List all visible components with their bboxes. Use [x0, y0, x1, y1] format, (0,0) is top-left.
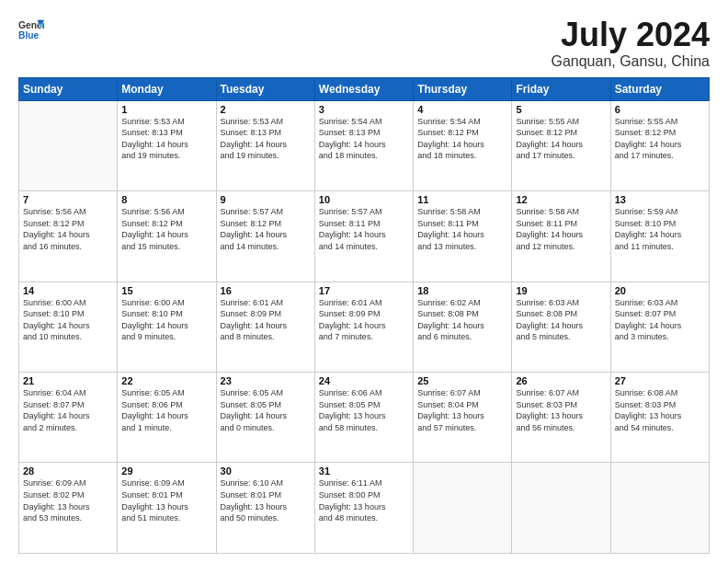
date-number: 10: [319, 194, 409, 205]
calendar-cell: 18Sunrise: 6:02 AM Sunset: 8:08 PM Dayli…: [414, 282, 512, 372]
date-number: 17: [319, 285, 409, 296]
cell-details: Sunrise: 6:07 AM Sunset: 8:04 PM Dayligh…: [417, 387, 507, 433]
cell-details: Sunrise: 6:01 AM Sunset: 8:09 PM Dayligh…: [221, 297, 311, 343]
cell-details: Sunrise: 5:56 AM Sunset: 8:12 PM Dayligh…: [23, 206, 113, 252]
cell-details: Sunrise: 6:03 AM Sunset: 8:07 PM Dayligh…: [615, 297, 705, 343]
calendar-cell: 27Sunrise: 6:08 AM Sunset: 8:03 PM Dayli…: [610, 373, 709, 463]
calendar-week-4: 21Sunrise: 6:04 AM Sunset: 8:07 PM Dayli…: [19, 373, 710, 463]
cell-details: Sunrise: 6:03 AM Sunset: 8:08 PM Dayligh…: [516, 297, 606, 343]
calendar-header-wednesday: Wednesday: [314, 77, 413, 100]
calendar-cell: 26Sunrise: 6:07 AM Sunset: 8:03 PM Dayli…: [512, 373, 610, 463]
calendar-cell: 22Sunrise: 6:05 AM Sunset: 8:06 PM Dayli…: [118, 373, 216, 463]
date-number: 26: [516, 375, 606, 386]
calendar-cell: 7Sunrise: 5:56 AM Sunset: 8:12 PM Daylig…: [19, 191, 118, 282]
date-number: 20: [615, 285, 705, 296]
calendar-week-2: 7Sunrise: 5:56 AM Sunset: 8:12 PM Daylig…: [19, 191, 710, 282]
calendar-cell: 9Sunrise: 5:57 AM Sunset: 8:12 PM Daylig…: [216, 191, 314, 282]
cell-details: Sunrise: 6:05 AM Sunset: 8:06 PM Dayligh…: [121, 387, 211, 433]
calendar-cell: 31Sunrise: 6:11 AM Sunset: 8:00 PM Dayli…: [314, 463, 413, 554]
date-number: 9: [221, 194, 311, 205]
calendar-cell: 14Sunrise: 6:00 AM Sunset: 8:10 PM Dayli…: [19, 282, 118, 372]
cell-details: Sunrise: 5:55 AM Sunset: 8:12 PM Dayligh…: [615, 116, 705, 162]
svg-text:Blue: Blue: [18, 30, 40, 40]
date-number: 8: [121, 194, 211, 205]
calendar-cell: 20Sunrise: 6:03 AM Sunset: 8:07 PM Dayli…: [610, 282, 709, 372]
title-block: July 2024 Ganquan, Gansu, China: [551, 17, 710, 70]
date-number: 24: [319, 375, 409, 386]
cell-details: Sunrise: 5:54 AM Sunset: 8:12 PM Dayligh…: [417, 116, 507, 162]
cell-details: Sunrise: 5:53 AM Sunset: 8:13 PM Dayligh…: [221, 116, 311, 162]
calendar-cell: 17Sunrise: 6:01 AM Sunset: 8:09 PM Dayli…: [314, 282, 413, 372]
cell-details: Sunrise: 6:11 AM Sunset: 8:00 PM Dayligh…: [319, 477, 409, 523]
date-number: 18: [417, 285, 507, 296]
date-number: 14: [23, 285, 113, 296]
cell-details: Sunrise: 6:08 AM Sunset: 8:03 PM Dayligh…: [615, 387, 705, 433]
cell-details: Sunrise: 6:05 AM Sunset: 8:05 PM Dayligh…: [221, 387, 311, 433]
cell-details: Sunrise: 6:01 AM Sunset: 8:09 PM Dayligh…: [319, 297, 409, 343]
calendar-cell: 16Sunrise: 6:01 AM Sunset: 8:09 PM Dayli…: [216, 282, 314, 372]
date-number: 30: [221, 465, 311, 477]
cell-details: Sunrise: 6:07 AM Sunset: 8:03 PM Dayligh…: [516, 387, 606, 433]
cell-details: Sunrise: 5:53 AM Sunset: 8:13 PM Dayligh…: [121, 116, 211, 162]
cell-details: Sunrise: 6:10 AM Sunset: 8:01 PM Dayligh…: [221, 477, 311, 523]
date-number: 2: [221, 104, 311, 115]
calendar-cell: [414, 463, 512, 554]
cell-details: Sunrise: 6:09 AM Sunset: 8:01 PM Dayligh…: [121, 477, 211, 523]
date-number: 1: [121, 104, 211, 115]
logo: General Blue: [18, 17, 44, 42]
calendar-cell: 1Sunrise: 5:53 AM Sunset: 8:13 PM Daylig…: [118, 100, 216, 190]
subtitle: Ganquan, Gansu, China: [551, 53, 710, 70]
cell-details: Sunrise: 5:56 AM Sunset: 8:12 PM Dayligh…: [121, 206, 211, 252]
calendar-cell: 12Sunrise: 5:58 AM Sunset: 8:11 PM Dayli…: [512, 191, 610, 282]
calendar-week-1: 1Sunrise: 5:53 AM Sunset: 8:13 PM Daylig…: [19, 100, 710, 190]
date-number: 27: [615, 375, 705, 386]
date-number: 6: [615, 104, 705, 115]
calendar-header-monday: Monday: [118, 77, 216, 100]
cell-details: Sunrise: 6:06 AM Sunset: 8:05 PM Dayligh…: [319, 387, 409, 433]
date-number: 5: [516, 104, 606, 115]
calendar-cell: 5Sunrise: 5:55 AM Sunset: 8:12 PM Daylig…: [512, 100, 610, 190]
date-number: 13: [615, 194, 705, 205]
calendar-header-saturday: Saturday: [610, 77, 709, 100]
page-header: General Blue July 2024 Ganquan, Gansu, C…: [18, 17, 710, 70]
cell-details: Sunrise: 6:00 AM Sunset: 8:10 PM Dayligh…: [121, 297, 211, 343]
date-number: 19: [516, 285, 606, 296]
cell-details: Sunrise: 5:57 AM Sunset: 8:11 PM Dayligh…: [319, 206, 409, 252]
calendar-cell: 11Sunrise: 5:58 AM Sunset: 8:11 PM Dayli…: [414, 191, 512, 282]
cell-details: Sunrise: 5:59 AM Sunset: 8:10 PM Dayligh…: [615, 206, 705, 252]
date-number: 16: [221, 285, 311, 296]
calendar-week-3: 14Sunrise: 6:00 AM Sunset: 8:10 PM Dayli…: [19, 282, 710, 372]
cell-details: Sunrise: 6:09 AM Sunset: 8:02 PM Dayligh…: [23, 477, 113, 523]
calendar-cell: 4Sunrise: 5:54 AM Sunset: 8:12 PM Daylig…: [414, 100, 512, 190]
calendar-cell: 15Sunrise: 6:00 AM Sunset: 8:10 PM Dayli…: [118, 282, 216, 372]
calendar-header-sunday: Sunday: [19, 77, 118, 100]
cell-details: Sunrise: 5:58 AM Sunset: 8:11 PM Dayligh…: [516, 206, 606, 252]
calendar-cell: 2Sunrise: 5:53 AM Sunset: 8:13 PM Daylig…: [216, 100, 314, 190]
cell-details: Sunrise: 6:02 AM Sunset: 8:08 PM Dayligh…: [417, 297, 507, 343]
calendar-header-tuesday: Tuesday: [216, 77, 314, 100]
cell-details: Sunrise: 5:55 AM Sunset: 8:12 PM Dayligh…: [516, 116, 606, 162]
calendar-cell: 30Sunrise: 6:10 AM Sunset: 8:01 PM Dayli…: [216, 463, 314, 554]
calendar-cell: 24Sunrise: 6:06 AM Sunset: 8:05 PM Dayli…: [314, 373, 413, 463]
cell-details: Sunrise: 5:54 AM Sunset: 8:13 PM Dayligh…: [319, 116, 409, 162]
calendar-cell: [512, 463, 610, 554]
calendar-header-thursday: Thursday: [414, 77, 512, 100]
date-number: 11: [417, 194, 507, 205]
calendar-cell: 8Sunrise: 5:56 AM Sunset: 8:12 PM Daylig…: [118, 191, 216, 282]
calendar-cell: 6Sunrise: 5:55 AM Sunset: 8:12 PM Daylig…: [610, 100, 709, 190]
calendar-cell: 25Sunrise: 6:07 AM Sunset: 8:04 PM Dayli…: [414, 373, 512, 463]
date-number: 4: [417, 104, 507, 115]
date-number: 22: [121, 375, 211, 386]
calendar-cell: [19, 100, 118, 190]
date-number: 12: [516, 194, 606, 205]
calendar-cell: 19Sunrise: 6:03 AM Sunset: 8:08 PM Dayli…: [512, 282, 610, 372]
date-number: 7: [23, 194, 113, 205]
calendar-header-friday: Friday: [512, 77, 610, 100]
calendar-cell: 3Sunrise: 5:54 AM Sunset: 8:13 PM Daylig…: [314, 100, 413, 190]
date-number: 25: [417, 375, 507, 386]
calendar-week-5: 28Sunrise: 6:09 AM Sunset: 8:02 PM Dayli…: [19, 463, 710, 554]
calendar-cell: 10Sunrise: 5:57 AM Sunset: 8:11 PM Dayli…: [314, 191, 413, 282]
calendar-header-row: SundayMondayTuesdayWednesdayThursdayFrid…: [19, 77, 710, 100]
date-number: 31: [319, 465, 409, 477]
calendar-cell: 21Sunrise: 6:04 AM Sunset: 8:07 PM Dayli…: [19, 373, 118, 463]
